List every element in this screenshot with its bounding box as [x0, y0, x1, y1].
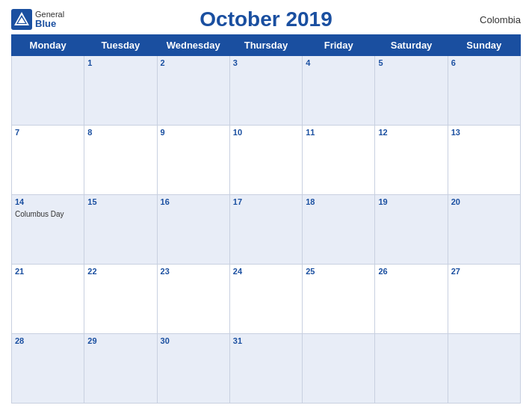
- day-number: 10: [233, 128, 299, 137]
- calendar-week-row: 28293031: [12, 334, 521, 404]
- calendar-week-row: 78910111213: [12, 126, 521, 195]
- day-number: 4: [306, 58, 371, 67]
- calendar-day-cell: 13: [448, 126, 520, 195]
- calendar-day-cell: 7: [12, 126, 84, 195]
- day-number: 20: [451, 197, 517, 206]
- calendar-week-row: 21222324252627: [12, 265, 521, 334]
- day-number: 13: [451, 128, 517, 137]
- day-number: 6: [451, 58, 517, 67]
- calendar-day-cell: 31: [229, 334, 302, 404]
- day-number: 30: [161, 336, 226, 345]
- calendar-day-cell: 15: [84, 195, 157, 265]
- calendar-title: October 2019: [200, 7, 332, 31]
- day-number: 26: [378, 267, 444, 276]
- logo-icon: [11, 9, 32, 30]
- calendar-day-cell: [303, 334, 375, 404]
- calendar-day-cell: [375, 334, 448, 404]
- calendar-table: MondayTuesdayWednesdayThursdayFridaySatu…: [11, 34, 521, 404]
- calendar-day-cell: 2: [157, 56, 229, 126]
- calendar-wrapper: General Blue October 2019 Colombia Monda…: [0, 0, 532, 411]
- day-number: 2: [161, 58, 226, 67]
- calendar-day-cell: 11: [303, 126, 375, 195]
- calendar-day-cell: 23: [157, 265, 229, 334]
- calendar-day-cell: 27: [448, 265, 520, 334]
- calendar-day-cell: 12: [375, 126, 448, 195]
- calendar-day-cell: 18: [303, 195, 375, 265]
- calendar-day-cell: 25: [303, 265, 375, 334]
- day-number: 22: [87, 267, 153, 276]
- calendar-day-cell: 19: [375, 195, 448, 265]
- day-number: 21: [15, 267, 81, 276]
- calendar-week-row: 14Columbus Day151617181920: [12, 195, 521, 265]
- calendar-week-row: 123456: [12, 56, 521, 126]
- calendar-day-cell: 29: [84, 334, 157, 404]
- calendar-day-cell: 30: [157, 334, 229, 404]
- day-number: 23: [161, 267, 226, 276]
- calendar-day-cell: 5: [375, 56, 448, 126]
- day-number: 14: [15, 197, 81, 206]
- day-number: 31: [233, 336, 299, 345]
- day-number: 9: [161, 128, 226, 137]
- calendar-day-cell: 20: [448, 195, 520, 265]
- day-number: 12: [378, 128, 444, 137]
- calendar-day-cell: 1: [84, 56, 157, 126]
- weekday-header-thursday: Thursday: [229, 35, 302, 56]
- weekday-header-sunday: Sunday: [448, 35, 520, 56]
- weekday-header-tuesday: Tuesday: [84, 35, 157, 56]
- day-number: 29: [87, 336, 153, 345]
- calendar-day-cell: 21: [12, 265, 84, 334]
- day-number: 19: [378, 197, 444, 206]
- calendar-day-cell: 6: [448, 56, 520, 126]
- calendar-day-cell: 17: [229, 195, 302, 265]
- day-number: 28: [15, 336, 81, 345]
- day-number: 8: [87, 128, 153, 137]
- calendar-day-cell: 8: [84, 126, 157, 195]
- weekday-header-wednesday: Wednesday: [157, 35, 229, 56]
- calendar-day-cell: 24: [229, 265, 302, 334]
- day-number: 16: [161, 197, 226, 206]
- day-number: 27: [451, 267, 517, 276]
- calendar-day-cell: 28: [12, 334, 84, 404]
- day-number: 24: [233, 267, 299, 276]
- day-event: Columbus Day: [15, 210, 64, 218]
- weekday-header-friday: Friday: [303, 35, 375, 56]
- day-number: 11: [306, 128, 371, 137]
- day-number: 25: [306, 267, 371, 276]
- country-label: Colombia: [480, 14, 521, 25]
- day-number: 5: [378, 58, 444, 67]
- calendar-day-cell: 4: [303, 56, 375, 126]
- calendar-day-cell: 10: [229, 126, 302, 195]
- weekday-header-saturday: Saturday: [375, 35, 448, 56]
- logo: General Blue: [11, 9, 64, 30]
- calendar-header: General Blue October 2019 Colombia: [11, 7, 521, 31]
- logo-blue-text: Blue: [35, 19, 64, 29]
- day-number: 17: [233, 197, 299, 206]
- calendar-day-cell: 22: [84, 265, 157, 334]
- calendar-day-cell: 26: [375, 265, 448, 334]
- day-number: 7: [15, 128, 81, 137]
- day-number: 3: [233, 58, 299, 67]
- calendar-day-cell: 16: [157, 195, 229, 265]
- calendar-day-cell: [12, 56, 84, 126]
- logo-text: General Blue: [35, 10, 64, 29]
- calendar-day-cell: 3: [229, 56, 302, 126]
- weekday-header-monday: Monday: [12, 35, 84, 56]
- calendar-day-cell: 14Columbus Day: [12, 195, 84, 265]
- weekday-header-row: MondayTuesdayWednesdayThursdayFridaySatu…: [12, 35, 521, 56]
- calendar-day-cell: 9: [157, 126, 229, 195]
- day-number: 18: [306, 197, 371, 206]
- day-number: 15: [87, 197, 153, 206]
- calendar-day-cell: [448, 334, 520, 404]
- day-number: 1: [87, 58, 153, 67]
